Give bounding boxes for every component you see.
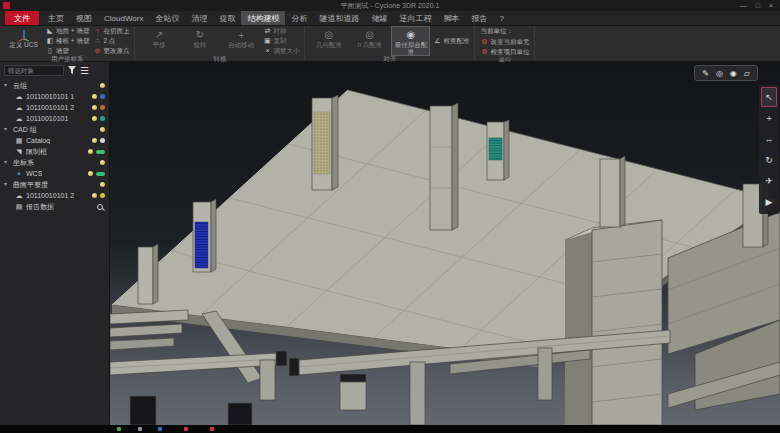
tree-group[interactable]: ▾CAD 组 [0,124,109,135]
expander-icon[interactable]: ▾ [4,126,10,133]
viewport-3d[interactable]: ✎◎◉▱ ↖＋↔↻✈▶ [110,62,780,425]
duplicate-button[interactable]: ▣复制 [263,37,299,45]
two-points-button[interactable]: ∴2 点 [93,37,129,45]
taskbar-icon[interactable] [117,427,121,431]
tab-clean[interactable]: 清理 [185,11,213,25]
label-tool-icon[interactable]: ▱ [744,69,750,78]
taskbar-icon[interactable] [158,427,162,431]
toggle-pill[interactable] [96,172,105,176]
tree-item[interactable]: ◥限制框 [0,146,109,157]
tab-view[interactable]: 视图 [70,11,98,25]
best-fit-registration-button[interactable]: ◉最佳拟合配准 [392,27,429,55]
color-swatch[interactable] [100,138,105,143]
expander-icon[interactable]: ▾ [4,181,10,188]
measure-tool-icon[interactable]: ✎ [702,69,709,78]
visibility-bulb-icon[interactable] [92,193,97,198]
select-tool-icon[interactable]: ↖ [761,87,777,107]
zoom-to-icon[interactable] [97,204,103,210]
fly-tool-icon[interactable]: ✈ [761,171,777,191]
visibility-bulb-icon[interactable] [100,83,105,88]
point-info-tool-icon[interactable]: ◎ [716,69,723,78]
taskbar-icon[interactable] [210,427,214,431]
ground-wall-button[interactable]: ◣地面 + 墙壁 [46,27,89,35]
check-registration-button[interactable]: ∠检查配准 [433,37,469,45]
tab-home[interactable]: 主页 [42,11,70,25]
tab-report[interactable]: 报告 [465,11,493,25]
tree-item-label: 云组 [13,81,27,91]
tab-reverse-engineering[interactable]: 逆向工程 [393,11,437,25]
rotate-button[interactable]: ↻旋转 [181,27,218,55]
taskbar-icon[interactable] [184,427,188,431]
tab-help[interactable]: ? [493,11,509,25]
resize-button[interactable]: ×调整大小 [263,47,299,55]
change-origin-button[interactable]: ⊕更改原点 [93,47,129,55]
wall-button[interactable]: ▯墙壁 [46,47,89,55]
project-tree-panel: ☰ ▾云组☁10110010101 1☁10110010101 2☁101100… [0,62,110,425]
check-project-units-button[interactable]: ⚙检查项目单位 [480,48,529,56]
slab-wall-button[interactable]: ◧楼板 + 墙壁 [46,37,89,45]
resize-label: 调整大小 [273,47,299,55]
tree-item[interactable]: ⌖WCS [0,168,109,179]
tree-item[interactable]: ☁10110010101 2 [0,190,109,201]
filter-input[interactable] [4,65,64,76]
color-swatch[interactable] [100,105,105,110]
catalog-icon: ▦ [15,137,23,145]
tree-item[interactable]: ▦Catalog [0,135,109,146]
filter-icon[interactable] [68,66,76,75]
n-points-registration-button[interactable]: ◎n 点配准 [351,27,388,55]
visibility-bulb-icon[interactable] [88,171,93,176]
translate-button[interactable]: ↗平移 [140,27,177,55]
tree-group[interactable]: ▾云组 [0,80,109,91]
define-ucs-button[interactable]: 定义 UCS [5,27,42,55]
tab-tunnel-road[interactable]: 隧道和道路 [313,11,365,25]
visibility-bulb-icon[interactable] [92,105,97,110]
color-swatch[interactable] [100,94,105,99]
geo-registration-button[interactable]: ◎几何配准 [310,27,347,55]
visibility-bulb-icon[interactable] [100,182,105,187]
tab-script[interactable]: 脚本 [437,11,465,25]
tab-cloudworx[interactable]: CloudWorx [98,11,149,25]
minimize-button[interactable]: — [740,0,747,11]
tab-analysis[interactable]: 分析 [285,11,313,25]
close-button[interactable]: × [769,0,773,11]
tree-group[interactable]: ▾曲面平整度 [0,179,109,190]
slab-wall-icon: ◧ [46,37,54,45]
ribbon-bar: 定义 UCS◣地面 + 墙壁◧楼板 + 墙壁▯墙壁＋在切面上∴2 点⊕更改原点用… [0,26,780,62]
taskbar-icon[interactable] [138,427,142,431]
tree-item[interactable]: ☁10110010101 1 [0,91,109,102]
visibility-bulb-icon[interactable] [92,94,97,99]
pan-tool-icon[interactable]: ＋ [761,108,777,128]
restore-button[interactable]: □ [756,0,760,11]
distance-info-tool-icon[interactable]: ◉ [730,69,737,78]
walk-tool-icon[interactable]: ▶ [761,192,777,212]
auto-move-button[interactable]: ＋自动移动 [222,27,259,55]
color-swatch[interactable] [100,193,105,198]
orbit-tool-icon[interactable]: ↻ [761,150,777,170]
teal-column-highlight [489,138,502,160]
visibility-bulb-icon[interactable] [100,127,105,132]
tree-group[interactable]: ▾坐标系 [0,157,109,168]
tab-file[interactable]: 文件 [5,11,39,25]
expander-icon[interactable]: ▾ [4,82,10,89]
tree-menu-icon[interactable]: ☰ [80,66,89,76]
ribbon-group-transform: ↗平移↻旋转＋自动移动⇄对称▣复制×调整大小转换 [135,26,305,61]
tree-item[interactable]: ☁10110010101 2 [0,102,109,113]
visibility-bulb-icon[interactable] [92,138,97,143]
tab-extract[interactable]: 提取 [213,11,241,25]
mirror-button[interactable]: ⇄对称 [263,27,299,35]
expander-icon[interactable]: ▾ [4,159,10,166]
tree-item[interactable]: ▤报告数据 [0,201,109,212]
visibility-bulb-icon[interactable] [100,160,105,165]
tab-tank[interactable]: 储罐 [365,11,393,25]
toggle-pill[interactable] [96,150,105,154]
color-swatch[interactable] [100,116,105,121]
tree-item[interactable]: ☁10110010101 [0,113,109,124]
tab-total-station[interactable]: 全站仪 [149,11,185,25]
tree-item-label: CAD 组 [13,125,37,135]
tab-construction-modeling[interactable]: 结构建模 [241,11,285,25]
on-section-button[interactable]: ＋在切面上 [93,27,129,35]
visibility-bulb-icon[interactable] [92,116,97,121]
fit-tool-icon[interactable]: ↔ [761,129,777,149]
change-current-unit-button[interactable]: ⚙改变当前单元 [480,38,529,46]
visibility-bulb-icon[interactable] [88,149,93,154]
